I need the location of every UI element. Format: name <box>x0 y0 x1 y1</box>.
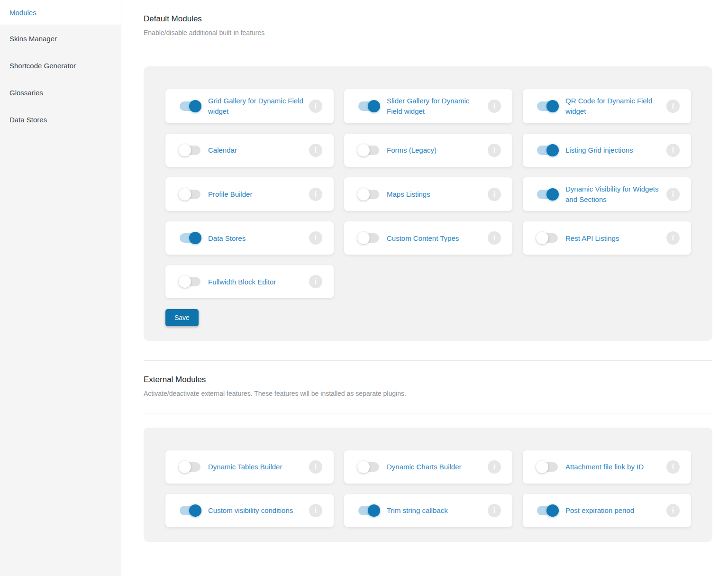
info-icon[interactable]: i <box>309 144 322 157</box>
info-icon[interactable]: i <box>666 460 680 474</box>
module-card-qr-code-for-dynamic-field-widget: QR Code for Dynamic Field widget i <box>523 89 691 123</box>
info-icon[interactable]: i <box>666 504 680 517</box>
module-toggle-maps-listings[interactable] <box>358 190 379 199</box>
info-icon[interactable]: i <box>309 275 322 288</box>
module-label[interactable]: Data Stores <box>208 233 303 244</box>
save-button[interactable]: Save <box>165 309 199 326</box>
sidebar-item-data-stores[interactable]: Data Stores <box>0 106 121 133</box>
toggle-knob-icon <box>189 504 201 517</box>
module-toggle-custom-visibility-conditions[interactable] <box>180 506 200 515</box>
module-toggle-dynamic-visibility-for-widgets-and-sections[interactable] <box>537 190 558 199</box>
sidebar-item-modules[interactable]: Modules <box>0 0 121 25</box>
module-card-attachment-file-link-by-id: Attachment file link by ID i <box>523 450 691 484</box>
module-toggle-grid-gallery-for-dynamic-field-widget[interactable] <box>180 101 200 111</box>
module-toggle-dynamic-tables-builder[interactable] <box>180 462 200 472</box>
module-card-grid-gallery-for-dynamic-field-widget: Grid Gallery for Dynamic Field widget i <box>165 89 334 123</box>
module-label[interactable]: Custom Content Types <box>387 233 482 244</box>
info-icon[interactable]: i <box>488 231 501 245</box>
module-toggle-profile-builder[interactable] <box>180 190 200 199</box>
module-card-post-expiration-period: Post expiration period i <box>523 494 691 527</box>
module-toggle-post-expiration-period[interactable] <box>537 506 558 515</box>
info-icon[interactable]: i <box>309 231 322 245</box>
module-card-dynamic-charts-builder: Dynamic Charts Builder i <box>344 450 512 484</box>
section-divider <box>144 360 712 361</box>
module-toggle-trim-string-callback[interactable] <box>358 506 379 515</box>
module-label[interactable]: QR Code for Dynamic Field widget <box>565 96 661 117</box>
modules-panel: Grid Gallery for Dynamic Field widget i … <box>144 66 712 341</box>
modules-grid: Dynamic Tables Builder i Dynamic Charts … <box>165 450 691 527</box>
toggle-knob-icon <box>536 461 548 473</box>
info-icon[interactable]: i <box>488 504 501 517</box>
module-toggle-fullwidth-block-editor[interactable] <box>180 277 200 286</box>
info-icon[interactable]: i <box>309 188 322 201</box>
toggle-knob-icon <box>536 232 548 244</box>
module-label[interactable]: Slider Gallery for Dynamic Field widget <box>387 96 482 117</box>
module-toggle-calendar[interactable] <box>180 146 200 155</box>
settings-content: Default Modules Enable/disable additiona… <box>121 0 728 576</box>
module-card-calendar: Calendar i <box>165 134 334 167</box>
sidebar-item-shortcode-generator[interactable]: Shortcode Generator <box>0 52 121 79</box>
modules-section: Default Modules Enable/disable additiona… <box>144 13 712 341</box>
toggle-knob-icon <box>179 461 191 473</box>
settings-sidebar: Modules Skins Manager Shortcode Generato… <box>0 0 121 576</box>
module-toggle-forms-legacy[interactable] <box>358 146 379 155</box>
sidebar-item-glossaries[interactable]: Glossaries <box>0 79 121 106</box>
module-toggle-listing-grid-injections[interactable] <box>537 146 558 155</box>
toggle-knob-icon <box>189 232 201 244</box>
module-label[interactable]: Profile Builder <box>208 189 303 200</box>
module-card-listing-grid-injections: Listing Grid injections i <box>523 134 691 167</box>
section-subtitle: Activate/deactivate external features. T… <box>144 389 712 399</box>
module-toggle-slider-gallery-for-dynamic-field-widget[interactable] <box>358 101 379 111</box>
module-label[interactable]: Dynamic Charts Builder <box>387 462 482 472</box>
module-label[interactable]: Calendar <box>208 145 303 155</box>
module-toggle-dynamic-charts-builder[interactable] <box>358 462 379 472</box>
info-icon[interactable]: i <box>488 188 501 201</box>
module-label[interactable]: Rest API Listings <box>565 233 661 244</box>
module-label[interactable]: Dynamic Visibility for Widgets and Secti… <box>565 184 661 205</box>
module-label[interactable]: Custom visibility conditions <box>208 505 303 516</box>
sidebar-item-label: Data Stores <box>9 116 47 124</box>
module-toggle-attachment-file-link-by-id[interactable] <box>537 462 558 472</box>
section-title: Default Modules <box>144 13 712 25</box>
module-toggle-qr-code-for-dynamic-field-widget[interactable] <box>537 101 558 111</box>
info-icon[interactable]: i <box>488 460 501 474</box>
module-toggle-rest-api-listings[interactable] <box>537 233 558 243</box>
module-label[interactable]: Post expiration period <box>565 505 661 516</box>
header-divider <box>144 52 712 52</box>
modules-grid: Grid Gallery for Dynamic Field widget i … <box>165 89 691 298</box>
module-label[interactable]: Attachment file link by ID <box>565 462 661 472</box>
toggle-knob-icon <box>368 504 380 517</box>
module-card-rest-api-listings: Rest API Listings i <box>523 221 691 255</box>
module-card-custom-visibility-conditions: Custom visibility conditions i <box>165 494 334 527</box>
section-subtitle: Enable/disable additional built-in featu… <box>144 28 712 38</box>
toggle-knob-icon <box>179 144 191 156</box>
module-label[interactable]: Trim string callback <box>387 505 482 516</box>
toggle-knob-icon <box>357 232 370 244</box>
module-label[interactable]: Forms (Legacy) <box>387 145 482 155</box>
module-label[interactable]: Grid Gallery for Dynamic Field widget <box>208 96 303 117</box>
module-label[interactable]: Fullwidth Block Editor <box>208 277 303 287</box>
toggle-knob-icon <box>179 188 191 201</box>
module-toggle-custom-content-types[interactable] <box>358 233 379 243</box>
info-icon[interactable]: i <box>666 100 680 113</box>
toggle-knob-icon <box>546 144 559 156</box>
sidebar-item-label: Modules <box>9 9 36 17</box>
sidebar-item-skins-manager[interactable]: Skins Manager <box>0 25 121 52</box>
info-icon[interactable]: i <box>666 144 680 157</box>
info-icon[interactable]: i <box>488 144 501 157</box>
module-card-custom-content-types: Custom Content Types i <box>344 221 512 255</box>
modules-panel: Dynamic Tables Builder i Dynamic Charts … <box>144 428 712 542</box>
info-icon[interactable]: i <box>309 460 322 474</box>
module-label[interactable]: Maps Listings <box>387 189 482 200</box>
toggle-knob-icon <box>368 100 380 112</box>
info-icon[interactable]: i <box>666 188 680 201</box>
info-icon[interactable]: i <box>488 100 501 113</box>
info-icon[interactable]: i <box>309 100 322 113</box>
module-card-slider-gallery-for-dynamic-field-widget: Slider Gallery for Dynamic Field widget … <box>344 89 512 123</box>
module-label[interactable]: Listing Grid injections <box>565 145 661 155</box>
info-icon[interactable]: i <box>309 504 322 517</box>
module-label[interactable]: Dynamic Tables Builder <box>208 462 303 472</box>
module-toggle-data-stores[interactable] <box>180 233 200 243</box>
sidebar-item-label: Glossaries <box>9 89 43 97</box>
info-icon[interactable]: i <box>666 231 680 245</box>
